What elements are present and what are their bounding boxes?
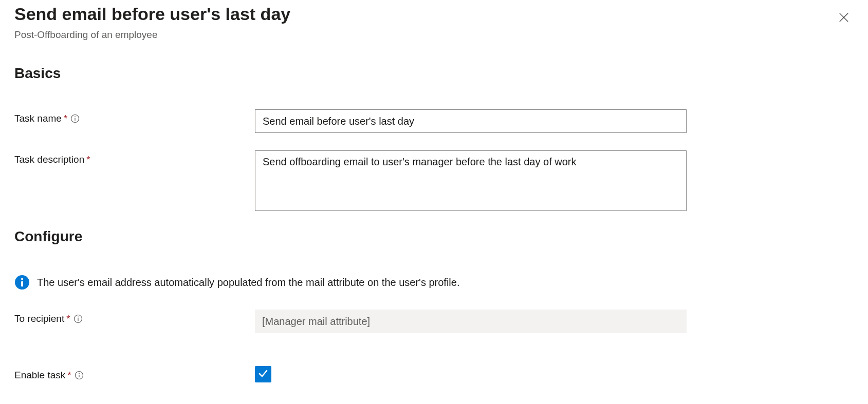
configure-form: To recipient * [Manager mail attribute] … <box>14 310 854 382</box>
section-heading-configure: Configure <box>14 228 854 245</box>
task-description-label: Task description <box>14 154 84 165</box>
to-recipient-label: To recipient <box>14 313 64 324</box>
check-icon <box>257 368 269 381</box>
task-name-label: Task name <box>14 113 62 124</box>
to-recipient-label-group: To recipient * <box>14 310 255 324</box>
close-icon <box>838 12 849 25</box>
svg-point-6 <box>21 278 23 280</box>
svg-point-12 <box>79 373 80 374</box>
task-name-label-group: Task name * <box>14 109 255 124</box>
enable-task-checkbox[interactable] <box>255 366 271 382</box>
close-button[interactable] <box>837 11 851 25</box>
task-description-input[interactable] <box>255 150 687 211</box>
info-text: The user's email address automatically p… <box>37 277 460 288</box>
panel-subtitle: Post-Offboarding of an employee <box>14 29 854 41</box>
info-line: The user's email address automatically p… <box>14 275 854 290</box>
required-marker: * <box>66 313 70 324</box>
required-marker: * <box>86 154 90 165</box>
panel: Send email before user's last day Post-O… <box>0 0 868 382</box>
task-name-input[interactable] <box>255 109 687 133</box>
info-icon[interactable] <box>75 371 84 380</box>
row-task-name: Task name * <box>14 109 854 133</box>
row-task-description: Task description * <box>14 150 854 211</box>
required-marker: * <box>64 113 67 124</box>
row-enable-task: Enable task * <box>14 366 854 382</box>
enable-task-label-group: Enable task * <box>14 366 255 381</box>
svg-point-3 <box>75 117 76 118</box>
info-filled-icon <box>14 275 30 290</box>
info-icon[interactable] <box>73 314 83 323</box>
panel-title: Send email before user's last day <box>14 4 854 24</box>
task-description-label-group: Task description * <box>14 150 255 165</box>
row-to-recipient: To recipient * [Manager mail attribute] <box>14 310 854 333</box>
to-recipient-readonly: [Manager mail attribute] <box>255 310 687 333</box>
required-marker: * <box>67 370 71 381</box>
basics-form: Task name * Task description * <box>14 109 854 211</box>
svg-point-9 <box>78 317 79 318</box>
section-heading-basics: Basics <box>14 65 854 82</box>
svg-rect-7 <box>21 281 23 287</box>
enable-task-label: Enable task <box>14 370 65 381</box>
info-icon[interactable] <box>70 114 80 123</box>
